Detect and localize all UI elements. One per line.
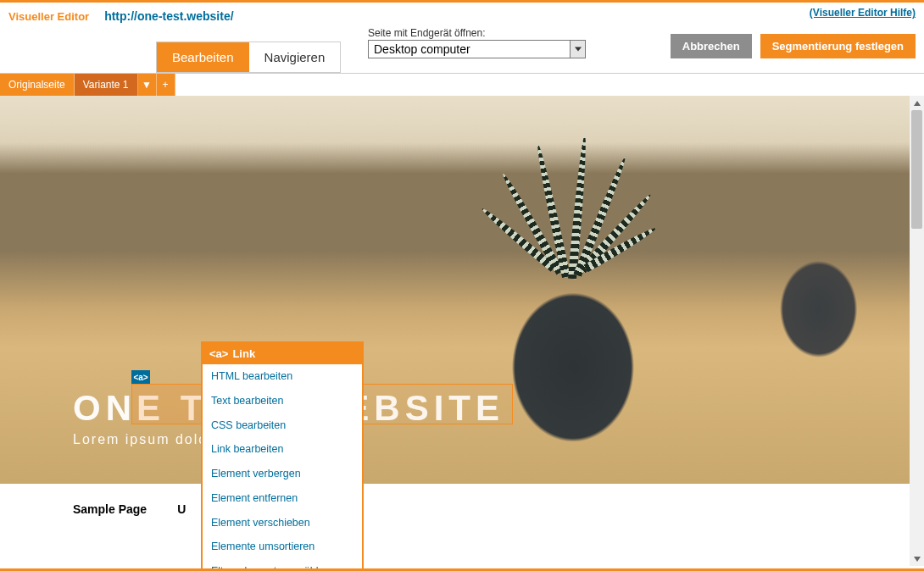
scroll-thumb[interactable]: [911, 110, 922, 229]
help-link[interactable]: (Visueller Editor Hilfe): [810, 7, 916, 19]
ctx-remove[interactable]: Element entfernen: [203, 486, 362, 511]
variant-add[interactable]: +: [157, 74, 175, 96]
segment-button[interactable]: Segmentierung festlegen: [760, 34, 916, 58]
selection-tag-badge: <a>: [131, 370, 150, 384]
mode-tabs: Bearbeiten Navigieren: [156, 42, 341, 73]
tab-edit[interactable]: Bearbeiten: [157, 42, 249, 72]
nav-item-sample[interactable]: Sample Page: [73, 502, 147, 547]
ctx-css-edit[interactable]: CSS bearbeiten: [203, 413, 362, 438]
scroll-track[interactable]: [910, 110, 924, 552]
toolbar: Bearbeiten Navigieren Seite mit Endgerät…: [0, 23, 924, 74]
variant-dropdown[interactable]: ▼: [138, 74, 157, 96]
device-selector: Seite mit Endgerät öffnen: Desktop compu…: [368, 27, 586, 58]
preview-canvas[interactable]: ONE TEST WEBSITE Lorem ipsum dolor s <a>…: [0, 96, 910, 566]
variant-1[interactable]: Variante 1: [75, 74, 138, 96]
device-select[interactable]: Desktop computer: [368, 40, 586, 58]
variant-original[interactable]: Originalseite: [0, 74, 75, 96]
plant-graphic: [481, 116, 651, 294]
context-label: Link: [232, 347, 255, 360]
ctx-text-edit[interactable]: Text bearbeiten: [203, 389, 362, 413]
hero-section: ONE TEST WEBSITE Lorem ipsum dolor s <a>: [0, 96, 910, 484]
ctx-reorder[interactable]: Elemente umsortieren: [203, 535, 362, 559]
scroll-down-icon[interactable]: [910, 552, 924, 566]
scroll-up-icon[interactable]: [910, 96, 924, 110]
ctx-link-edit[interactable]: Link bearbeiten: [203, 437, 362, 462]
ctx-move[interactable]: Element verschieben: [203, 511, 362, 535]
page-url: http://one-test.website/: [104, 9, 233, 23]
top-bar: Visueller Editor http://one-test.website…: [0, 3, 924, 23]
ctx-hide[interactable]: Element verbergen: [203, 462, 362, 486]
context-tag: <a>: [209, 347, 228, 360]
selection-highlight: [131, 384, 202, 424]
tab-navigate[interactable]: Navigieren: [249, 42, 341, 72]
device-label: Seite mit Endgerät öffnen:: [368, 27, 586, 39]
variant-tabs: Originalseite Variante 1 ▼ +: [0, 74, 924, 96]
context-menu-header: <a> Link: [203, 343, 362, 364]
action-buttons: Abbrechen Segmentierung festlegen: [671, 34, 916, 58]
nav-item-2[interactable]: U: [177, 502, 186, 547]
editor-title: Visueller Editor: [8, 10, 89, 23]
preview-area: ONE TEST WEBSITE Lorem ipsum dolor s <a>…: [0, 96, 924, 566]
context-menu: <a> Link HTML bearbeiten Text bearbeiten…: [201, 341, 364, 571]
chevron-down-icon[interactable]: [570, 41, 585, 58]
page-nav: Sample Page U: [0, 484, 910, 566]
ctx-html-edit[interactable]: HTML bearbeiten: [203, 364, 362, 389]
vertical-scrollbar[interactable]: [910, 96, 924, 566]
ctx-parent[interactable]: Elternelement auswählen: [203, 559, 362, 571]
cancel-button[interactable]: Abbrechen: [671, 34, 752, 58]
device-selected-value: Desktop computer: [369, 41, 570, 58]
